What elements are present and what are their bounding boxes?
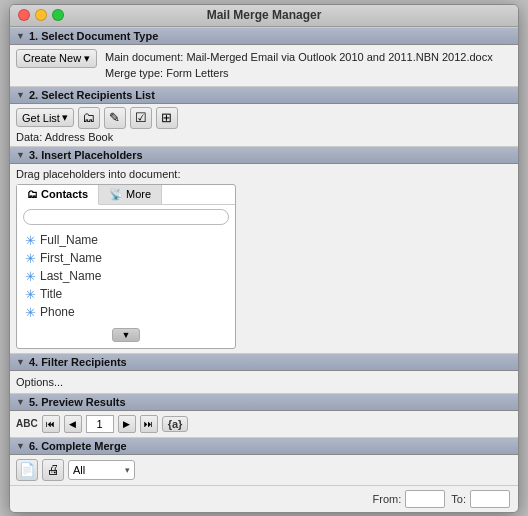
doc-line2: Merge type: Form Letters: [105, 65, 493, 82]
merge-doc-button[interactable]: 📄: [16, 459, 38, 481]
scroll-down-icon: ▼: [122, 330, 131, 340]
section6-header: ▼ 6. Complete Merge: [10, 437, 518, 455]
triangle-icon: ▼: [16, 31, 25, 41]
drag-label: Drag placeholders into document:: [16, 168, 512, 180]
section1-body: Create New ▾ Main document: Mail-Merged …: [10, 45, 518, 86]
tab-contacts[interactable]: 🗂 Contacts: [17, 185, 99, 205]
list-item: ✳ First_Name: [25, 251, 227, 266]
close-button[interactable]: [18, 9, 30, 21]
placeholder-last-name: Last_Name: [40, 269, 101, 283]
section5-label: 5. Preview Results: [29, 396, 126, 408]
all-dropdown-label: All: [73, 464, 123, 476]
section3-header: ▼ 3. Insert Placeholders: [10, 146, 518, 164]
get-list-label: Get List: [22, 112, 60, 124]
section3-label: 3. Insert Placeholders: [29, 149, 143, 161]
star-icon-4: ✳: [25, 287, 36, 302]
section6-label: 6. Complete Merge: [29, 440, 127, 452]
all-dropdown[interactable]: All ▾: [68, 460, 135, 480]
section2-label: 2. Select Recipients List: [29, 89, 155, 101]
section5-header: ▼ 5. Preview Results: [10, 393, 518, 411]
contacts-tab-label: Contacts: [41, 188, 88, 200]
placeholder-first-name: First_Name: [40, 251, 102, 265]
list-item: ✳ Last_Name: [25, 269, 227, 284]
recipients-toolbar: Get List ▾ 🗂 ✎ ☑ ⊞: [16, 107, 512, 129]
contacts-tab-icon: 🗂: [27, 188, 38, 200]
window-controls: [18, 9, 64, 21]
minimize-button[interactable]: [35, 9, 47, 21]
merge-print-button[interactable]: 🖨: [42, 459, 64, 481]
tab-more[interactable]: 📡 More: [99, 185, 162, 204]
filter-icon-btn[interactable]: ☑: [130, 107, 152, 129]
placeholder-full-name: Full_Name: [40, 233, 98, 247]
star-icon-5: ✳: [25, 305, 36, 320]
create-new-label: Create New: [23, 52, 81, 64]
edit-icon-btn[interactable]: ✎: [104, 107, 126, 129]
section5-body: ABC ⏮ ◀ ▶ ⏭ {a}: [10, 411, 518, 437]
window-title: Mail Merge Manager: [207, 8, 322, 22]
create-new-arrow: ▾: [84, 52, 90, 65]
scroll-down-button[interactable]: ▼: [112, 328, 140, 342]
address-book-icon-btn[interactable]: 🗂: [78, 107, 100, 129]
section2-header: ▼ 2. Select Recipients List: [10, 86, 518, 104]
last-page-button[interactable]: ⏭: [140, 415, 158, 433]
placeholder-search-input[interactable]: [23, 209, 229, 225]
more-tab-label: More: [126, 188, 151, 200]
doc-line1: Main document: Mail-Merged Email via Out…: [105, 49, 493, 66]
placeholder-list: ✳ Full_Name ✳ First_Name ✳ Last_Name ✳ T…: [17, 229, 235, 324]
to-label: To:: [451, 493, 466, 505]
from-to-row: From: To:: [10, 485, 518, 512]
section4-body: Options...: [10, 371, 518, 393]
section4-label: 4. Filter Recipients: [29, 356, 127, 368]
placeholder-tabs: 🗂 Contacts 📡 More: [17, 185, 235, 205]
to-input[interactable]: [470, 490, 510, 508]
from-input[interactable]: [405, 490, 445, 508]
section3-body: Drag placeholders into document: 🗂 Conta…: [10, 164, 518, 353]
star-icon-3: ✳: [25, 269, 36, 284]
list-item: ✳ Title: [25, 287, 227, 302]
triangle-icon4: ▼: [16, 357, 25, 367]
get-list-button[interactable]: Get List ▾: [16, 108, 74, 127]
data-source-label: Data: Address Book: [16, 131, 512, 143]
maximize-button[interactable]: [52, 9, 64, 21]
placeholder-phone: Phone: [40, 305, 75, 319]
triangle-icon5: ▼: [16, 397, 25, 407]
section1-label: 1. Select Document Type: [29, 30, 158, 42]
all-dropdown-arrow: ▾: [125, 465, 130, 475]
document-info: Main document: Mail-Merged Email via Out…: [105, 49, 493, 82]
placeholder-search-bar: [17, 205, 235, 229]
page-number-input[interactable]: [86, 415, 114, 433]
prev-page-button[interactable]: ◀: [64, 415, 82, 433]
get-list-arrow: ▾: [62, 111, 68, 124]
abc-label: ABC: [16, 418, 38, 429]
list-item: ✳ Phone: [25, 305, 227, 320]
options-button[interactable]: Options...: [16, 376, 63, 388]
first-page-button[interactable]: ⏮: [42, 415, 60, 433]
list-item: ✳ Full_Name: [25, 233, 227, 248]
to-group: To:: [451, 490, 510, 508]
section4-header: ▼ 4. Filter Recipients: [10, 353, 518, 371]
from-group: From:: [373, 490, 446, 508]
more-tab-icon: 📡: [109, 188, 123, 201]
placeholder-title: Title: [40, 287, 62, 301]
triangle-icon2: ▼: [16, 90, 25, 100]
next-page-button[interactable]: ▶: [118, 415, 136, 433]
section2-body: Get List ▾ 🗂 ✎ ☑ ⊞ Data: Address Book: [10, 104, 518, 146]
placeholder-panel: 🗂 Contacts 📡 More ✳ Full_Name ✳ First: [16, 184, 236, 349]
title-bar: Mail Merge Manager: [10, 5, 518, 27]
star-icon-1: ✳: [25, 233, 36, 248]
scroll-down-area: ▼: [17, 328, 235, 342]
mail-merge-manager-window: Mail Merge Manager ▼ 1. Select Document …: [9, 4, 519, 513]
section1-header: ▼ 1. Select Document Type: [10, 27, 518, 45]
triangle-icon6: ▼: [16, 441, 25, 451]
star-icon-2: ✳: [25, 251, 36, 266]
from-label: From:: [373, 493, 402, 505]
section6-body: 📄 🖨 All ▾: [10, 455, 518, 485]
send-icon-btn[interactable]: ⊞: [156, 107, 178, 129]
triangle-icon3: ▼: [16, 150, 25, 160]
field-badge[interactable]: {a}: [162, 416, 189, 432]
create-new-button[interactable]: Create New ▾: [16, 49, 97, 68]
